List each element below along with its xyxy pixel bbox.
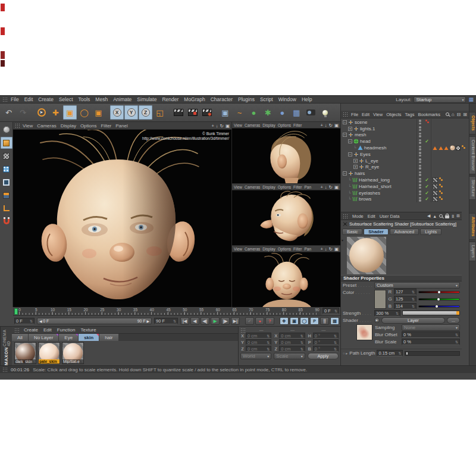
palette-grip[interactable] <box>14 328 19 333</box>
menu-item-objects[interactable]: Objects <box>386 112 401 117</box>
add-environment-button[interactable]: ● <box>275 105 289 120</box>
coord-field-z[interactable]: 0 cm <box>246 346 271 352</box>
visibility-toggles[interactable] <box>416 145 423 151</box>
visibility-toggles[interactable] <box>416 151 423 158</box>
palette-grip[interactable] <box>2 97 7 102</box>
end-frame-field[interactable]: 90 F <box>154 318 178 324</box>
menu-item-window[interactable]: Window <box>278 96 296 102</box>
slider-knob[interactable] <box>437 298 440 300</box>
world-select[interactable]: World <box>240 353 271 359</box>
panel-tab-content-browser[interactable]: Content Browser <box>469 136 476 174</box>
toggle-viewport-icon[interactable]: ▣ <box>226 123 230 129</box>
current-frame-field[interactable]: 0 F <box>322 308 339 314</box>
hatch-tag-icon[interactable] <box>433 190 438 196</box>
menu-item-view[interactable]: View <box>23 123 33 129</box>
object-row-hairs[interactable]: −hairs <box>341 170 469 177</box>
expand-arrow-icon[interactable]: ▾ <box>342 238 343 242</box>
object-row-head[interactable]: −head✓ <box>341 138 469 145</box>
menu-item-file[interactable]: File <box>11 96 19 102</box>
home-icon[interactable]: ⌂ <box>452 112 455 117</box>
channel-r-field[interactable]: 127 <box>394 289 416 295</box>
tri-tag-icon[interactable] <box>439 146 443 151</box>
undo-button[interactable]: ↶ <box>2 105 15 120</box>
channel-r-slider[interactable] <box>418 291 460 293</box>
menu-item-view[interactable]: View <box>234 123 242 127</box>
object-row-mesh[interactable]: −mesh <box>341 132 469 139</box>
move-viewport-icon[interactable]: + <box>211 123 214 129</box>
menu-item-options[interactable]: Options <box>278 247 291 251</box>
slider-knob[interactable] <box>436 305 438 308</box>
add-floor-button[interactable]: ▦ <box>290 105 303 120</box>
palette-grip[interactable] <box>2 367 7 372</box>
toggle-viewport-icon[interactable]: ▣ <box>334 246 339 252</box>
menu-item-script[interactable]: Script <box>260 96 273 102</box>
goto-start-button[interactable]: |◀ <box>180 317 189 325</box>
rotate-viewport-icon[interactable]: ↻ <box>329 246 333 252</box>
key-scale-button[interactable]: ▣ <box>290 317 299 325</box>
shader-expand-button[interactable]: ▸ <box>374 318 380 323</box>
history-up-icon[interactable]: ▲ <box>433 214 437 218</box>
open-timeline-button[interactable]: ▤ <box>330 317 339 325</box>
add-spline-button[interactable]: ~ <box>233 105 246 120</box>
panel-tab-attributes[interactable]: Attributes <box>469 213 476 240</box>
menu-item-plugins[interactable]: Plugins <box>238 96 255 102</box>
menu-item-simulate[interactable]: Simulate <box>137 96 156 102</box>
expand-node-icon[interactable]: + <box>353 159 358 163</box>
palette-grip[interactable] <box>240 328 245 333</box>
expand-icon[interactable]: ⊞ <box>463 112 467 117</box>
play-backward-button[interactable]: ◀ <box>190 317 199 325</box>
autokey-button[interactable]: ✓ <box>245 317 254 325</box>
visibility-toggles[interactable] <box>416 170 423 177</box>
viewport-middle-canvas[interactable] <box>232 190 340 245</box>
link-icon[interactable]: 8 <box>452 214 454 218</box>
menu-item-filter[interactable]: Filter <box>101 123 111 129</box>
dots-tag-icon[interactable] <box>439 196 441 198</box>
dots-tag-icon[interactable] <box>439 184 441 186</box>
tri-tag-icon[interactable] <box>433 146 437 151</box>
collapse-node-icon[interactable]: − <box>343 171 347 176</box>
menu-item-view[interactable]: View <box>373 112 383 117</box>
menu-item-display[interactable]: Display <box>262 185 275 189</box>
record-options-button[interactable]: ? <box>265 317 274 325</box>
menu-item-create[interactable]: Create <box>24 327 38 333</box>
next-frame-button[interactable]: |▶ <box>221 317 230 325</box>
coord-field-z[interactable]: 0 cm <box>279 346 305 352</box>
collapse-node-icon[interactable]: − <box>343 120 347 124</box>
shader-browse-button[interactable]: ... <box>447 317 460 324</box>
start-frame-field[interactable]: 0 F <box>14 318 35 324</box>
object-row-headmesh[interactable]: └headmesh <box>341 145 469 151</box>
object-row-scene[interactable]: −scene <box>341 119 469 126</box>
coordinate-system-button[interactable]: ◱ <box>153 105 167 120</box>
menu-item-view[interactable]: View <box>234 185 242 189</box>
polygon-mode-button[interactable] <box>1 189 12 201</box>
tri-tag-icon[interactable] <box>444 146 449 151</box>
menu-item-filter[interactable]: Filter <box>293 247 302 251</box>
menu-item-tags[interactable]: Tags <box>405 112 415 117</box>
panel-tab-layers[interactable]: Layers <box>469 242 476 261</box>
visibility-toggles[interactable] <box>416 164 423 171</box>
play-button[interactable]: ▶ <box>211 317 220 325</box>
expand-node-icon[interactable]: + <box>353 165 358 169</box>
shader-tab-shader[interactable]: Shader <box>364 228 388 235</box>
blur-scale-field[interactable]: 0 % <box>402 339 460 345</box>
menu-item-options[interactable]: Options <box>80 123 97 129</box>
menu-item-function[interactable]: Function <box>57 327 76 333</box>
move-viewport-icon[interactable]: + <box>320 123 322 128</box>
object-row-l-eye[interactable]: +L_eye <box>341 158 469 164</box>
coord-field-y[interactable]: 0 cm <box>246 339 271 345</box>
timeline-ruler[interactable]: 051015202530354045505560657075808590 <box>13 307 321 315</box>
collapse-node-icon[interactable]: − <box>348 152 352 156</box>
menu-item-display[interactable]: Display <box>262 123 275 127</box>
expand-node-icon[interactable]: + <box>348 127 352 131</box>
menu-item-render[interactable]: Render <box>162 96 178 102</box>
visibility-toggles[interactable] <box>416 183 423 190</box>
menu-item-edit[interactable]: Edit <box>43 327 52 333</box>
blur-offset-field[interactable]: 0 % <box>402 331 460 338</box>
render-view-button[interactable] <box>171 105 185 120</box>
material-tab-hair[interactable]: hair <box>99 334 118 341</box>
object-row-eyelashes[interactable]: └eyelashes✓ <box>341 190 469 196</box>
new-panel-icon[interactable]: ⊞ <box>456 214 460 218</box>
goto-end-button[interactable]: ▶| <box>231 317 240 325</box>
visibility-toggles[interactable] <box>416 190 423 196</box>
menu-item-edit[interactable]: Edit <box>362 112 369 117</box>
